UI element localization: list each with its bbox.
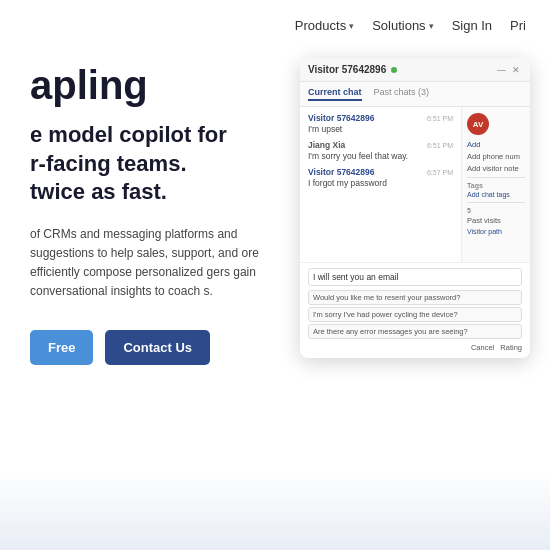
message-text: I'm sorry you feel that way.: [308, 151, 453, 162]
nav-solutions[interactable]: Solutions ▾: [372, 18, 433, 33]
message-time: 6:57 PM: [427, 169, 453, 176]
add-action[interactable]: Add: [467, 140, 525, 149]
visitor-path[interactable]: Visitor path: [467, 228, 525, 235]
cancel-button[interactable]: Cancel: [471, 343, 494, 352]
avatar: AV: [467, 113, 489, 135]
chat-header-icons: — ✕: [497, 65, 522, 75]
chat-messages: Visitor 57642896 6:51 PM I'm upset Jiang…: [300, 107, 462, 262]
chat-widget: Visitor 57642896 — ✕ Current chat Past c…: [300, 58, 530, 358]
message-sender: Jiang Xia: [308, 140, 345, 150]
close-icon[interactable]: ✕: [512, 65, 522, 75]
nav-signin[interactable]: Sign In: [452, 18, 492, 33]
quick-reply-item[interactable]: Would you like me to resent your passwor…: [308, 290, 522, 305]
main-content: apling e model copilot for r-facing team…: [0, 43, 550, 365]
past-visits-label: Past visits: [467, 216, 525, 225]
divider: [467, 202, 525, 203]
chat-header-title: Visitor 57642896: [308, 64, 397, 75]
chevron-down-icon: ▾: [429, 21, 434, 31]
message-row: Visitor 57642896 6:57 PM I forgot my pas…: [308, 167, 453, 189]
quick-reply-item[interactable]: Are there any error messages you are see…: [308, 324, 522, 339]
chat-header: Visitor 57642896 — ✕: [300, 58, 530, 82]
navbar: Products ▾ Solutions ▾ Sign In Pri: [0, 0, 550, 43]
chat-right-panel: AV Add Add phone num Add visitor note Ta…: [462, 107, 530, 262]
nav-products[interactable]: Products ▾: [295, 18, 354, 33]
status-dot-icon: [391, 67, 397, 73]
rating-button[interactable]: Rating: [500, 343, 522, 352]
message-time: 6:51 PM: [427, 142, 453, 149]
brand-name: apling: [30, 63, 148, 107]
cta-buttons: Free Contact Us: [30, 330, 290, 365]
free-button[interactable]: Free: [30, 330, 93, 365]
divider: [467, 177, 525, 178]
message-time: 6:51 PM: [427, 115, 453, 122]
quick-reply-item[interactable]: I'm sorry I've had power cycling the dev…: [308, 307, 522, 322]
message-sender: Visitor 57642896: [308, 167, 374, 177]
contact-us-button[interactable]: Contact Us: [105, 330, 210, 365]
compose-input[interactable]: I will sent you an email: [308, 268, 522, 286]
background-gradient: [0, 470, 550, 550]
message-sender: Visitor 57642896: [308, 113, 374, 123]
add-chat-tags[interactable]: Add chat tags: [467, 191, 525, 198]
chevron-down-icon: ▾: [349, 21, 354, 31]
chat-body: Visitor 57642896 6:51 PM I'm upset Jiang…: [300, 107, 530, 262]
add-phone-action[interactable]: Add phone num: [467, 152, 525, 161]
right-section: Visitor 57642896 — ✕ Current chat Past c…: [290, 53, 550, 365]
nav-pri[interactable]: Pri: [510, 18, 526, 33]
chat-compose-area: I will sent you an email Would you like …: [300, 262, 530, 358]
message-text: I'm upset: [308, 124, 453, 135]
brand-title: apling: [30, 63, 290, 107]
page-wrapper: Products ▾ Solutions ▾ Sign In Pri aplin…: [0, 0, 550, 550]
tags-label: Tags: [467, 182, 525, 189]
message-row: Visitor 57642896 6:51 PM I'm upset: [308, 113, 453, 135]
compose-actions: Cancel Rating: [308, 343, 522, 352]
hero-subtitle: e model copilot for r-facing teams. twic…: [30, 121, 290, 207]
add-visitor-note-action[interactable]: Add visitor note: [467, 164, 525, 173]
left-section: apling e model copilot for r-facing team…: [30, 53, 290, 365]
chat-tabs: Current chat Past chats (3): [300, 82, 530, 107]
visits-count: 5: [467, 207, 525, 214]
hero-description: of CRMs and messaging platforms and sugg…: [30, 225, 260, 302]
tab-past-chats[interactable]: Past chats (3): [374, 87, 430, 101]
message-text: I forgot my password: [308, 178, 453, 189]
minimize-icon[interactable]: —: [497, 65, 507, 75]
quick-replies: Would you like me to resent your passwor…: [308, 290, 522, 339]
tab-current-chat[interactable]: Current chat: [308, 87, 362, 101]
message-row: Jiang Xia 6:51 PM I'm sorry you feel tha…: [308, 140, 453, 162]
